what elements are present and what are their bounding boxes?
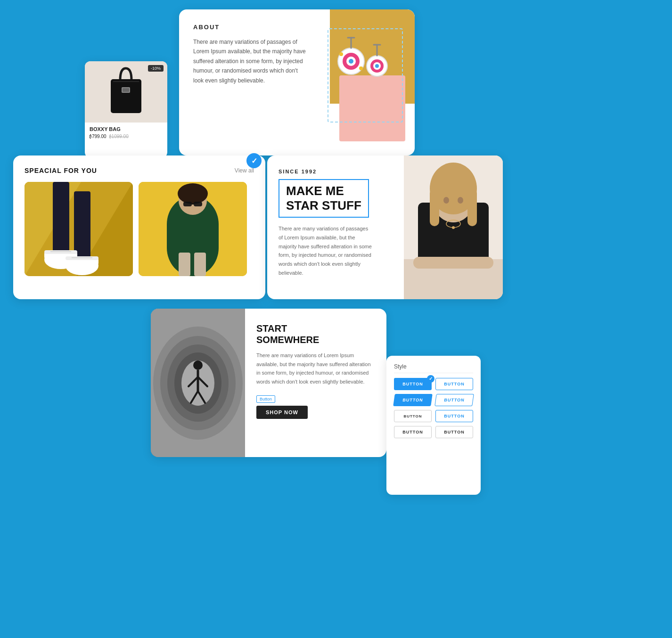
button-sample-filled-selected[interactable]: BUTTON <box>394 378 432 390</box>
earrings-svg <box>335 24 391 99</box>
button-sample-plain-2[interactable]: BUTTON <box>435 426 473 438</box>
product-name: BOXXY BAG <box>90 126 163 132</box>
svg-point-35 <box>178 183 208 204</box>
shop-now-button[interactable]: SHOP NOW <box>256 406 308 419</box>
button-label: Button <box>256 395 275 403</box>
product-image: -10% <box>85 61 167 123</box>
earrings-area <box>311 9 415 155</box>
product-prices: ₿799.00 ₿1099.00 <box>90 134 163 139</box>
special-images <box>25 182 254 276</box>
svg-rect-36 <box>183 202 192 206</box>
svg-rect-18 <box>123 88 129 92</box>
button-sample-skewed-outline[interactable]: BUTTON <box>434 394 474 406</box>
svg-rect-39 <box>179 253 190 276</box>
svg-rect-37 <box>194 202 202 206</box>
svg-point-6 <box>339 52 343 56</box>
start-content: START SOMEWHERE There are many variation… <box>245 309 386 457</box>
star-content: SINCE 1992 MAKE ME STAR STUFF There are … <box>267 155 404 299</box>
svg-point-7 <box>359 66 363 70</box>
star-card: SINCE 1992 MAKE ME STAR STUFF There are … <box>267 155 503 299</box>
product-info: BOXXY BAG ₿799.00 ₿1099.00 <box>85 123 167 143</box>
start-photo <box>151 309 245 457</box>
button-sample-outline[interactable]: BUTTON <box>435 378 473 390</box>
about-card: ABOUT There are many variations of passa… <box>179 9 415 155</box>
start-text: There are many variations of Lorem Ipsum… <box>256 351 375 386</box>
about-text: There are many variations of passages of… <box>193 37 306 85</box>
svg-rect-16 <box>113 81 139 82</box>
star-headline-box: MAKE ME STAR STUFF <box>279 179 369 218</box>
special-header: SPEACIAL FOR YOU View all <box>25 167 254 174</box>
start-title: START SOMEWHERE <box>256 323 375 345</box>
price-old: ₿1099.00 <box>109 134 129 139</box>
fashion-image <box>139 182 247 276</box>
svg-point-50 <box>458 197 463 204</box>
check-badge <box>246 153 262 168</box>
since-label: SINCE 1992 <box>279 169 393 174</box>
svg-point-3 <box>349 59 353 64</box>
star-text: There are many variations of passages of… <box>279 224 373 277</box>
shoe-image <box>25 182 133 276</box>
svg-rect-44 <box>413 257 493 269</box>
special-for-you-card: SPEACIAL FOR YOU View all <box>13 155 265 299</box>
button-sample-outline-small[interactable]: BUTTON <box>394 410 432 422</box>
svg-rect-26 <box>44 250 77 254</box>
button-style-panel: Style BUTTON BUTTON BUTTON BUTTON BUTTON… <box>386 356 481 495</box>
button-sample-skewed[interactable]: BUTTON <box>393 394 433 406</box>
button-sample-outline-2[interactable]: BUTTON <box>435 410 473 422</box>
svg-point-52 <box>452 226 455 229</box>
view-all-link[interactable]: View all <box>235 167 254 174</box>
svg-rect-40 <box>194 253 206 276</box>
button-sample-plain[interactable]: BUTTON <box>394 426 432 438</box>
start-card: START SOMEWHERE There are many variation… <box>151 309 386 457</box>
svg-rect-22 <box>53 182 69 257</box>
button-panel-title: Style <box>394 363 473 373</box>
svg-point-61 <box>193 360 203 370</box>
svg-point-11 <box>375 64 379 68</box>
price-new: ₿799.00 <box>90 134 107 139</box>
star-headline: MAKE ME STAR STUFF <box>286 184 361 213</box>
svg-rect-29 <box>66 256 98 260</box>
svg-rect-47 <box>430 188 439 226</box>
product-card: -10% BOXXY BAG ₿799.00 ₿1099.00 <box>85 61 167 158</box>
svg-rect-48 <box>467 188 477 226</box>
star-photo <box>404 155 503 299</box>
svg-rect-15 <box>111 79 141 113</box>
svg-point-49 <box>443 197 449 204</box>
discount-badge: -10% <box>148 65 164 72</box>
button-grid: BUTTON BUTTON BUTTON BUTTON BUTTON BUTTO… <box>394 378 473 438</box>
special-title: SPEACIAL FOR YOU <box>25 167 97 174</box>
